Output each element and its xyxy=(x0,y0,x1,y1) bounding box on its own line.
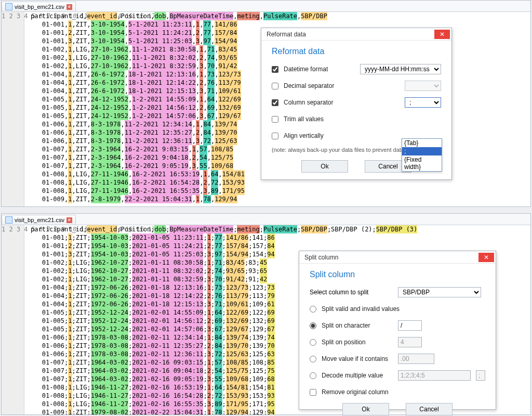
radio-label: Split valid and invalid values xyxy=(322,305,400,313)
checkbox-trim[interactable]: Trim all values xyxy=(272,115,355,123)
radio-label: Move value if it contains xyxy=(322,355,388,362)
close-icon[interactable]: ✕ xyxy=(478,253,494,262)
close-icon[interactable]: ✕ xyxy=(434,30,450,39)
checkbox-label: Remove original column xyxy=(322,388,389,396)
radio-decode[interactable]: Decode multiple value xyxy=(310,372,393,379)
radio-label: Split on character xyxy=(322,322,370,329)
checkbox-label: Align vertically xyxy=(284,132,324,139)
position-input xyxy=(398,337,422,347)
option-fixed[interactable]: {Fixed width} xyxy=(402,155,442,171)
dialog-title-text: Split column xyxy=(304,254,338,261)
file-tab[interactable]: visit_bp_emc21.csv × xyxy=(2,2,76,11)
dialog-title[interactable]: Split column xyxy=(299,251,496,264)
ok-button[interactable]: Ok xyxy=(301,160,348,173)
char-input[interactable] xyxy=(398,320,422,331)
decimal-separator-select xyxy=(405,81,441,91)
checkbox-trim-input[interactable] xyxy=(272,116,278,123)
decode-sep-input xyxy=(476,370,485,381)
checkbox-label: Column separator xyxy=(284,99,333,106)
ok-button[interactable]: Ok xyxy=(342,403,389,415)
checkbox-label: Decimal separator xyxy=(284,82,334,89)
column-separator-dropdown[interactable]: {Tab} ; {Fixed width} xyxy=(402,138,442,172)
line-gutter: 1 2 3 4 5 6 7 8 9 10 11 12 13 14 15 16 1… xyxy=(2,225,24,414)
select-column-label: Select column to split xyxy=(310,289,393,296)
radio-char-input[interactable] xyxy=(310,322,316,329)
dialog-heading: Reformat data xyxy=(272,47,441,56)
checkbox-align[interactable]: Align vertically xyxy=(272,132,355,139)
dialog-body: Split column Select column to split SBP/… xyxy=(299,264,496,416)
radio-move[interactable]: Move value if it contains xyxy=(310,355,393,362)
tab-bar: visit_bp_emc21.csv × xyxy=(2,214,530,225)
dialog-heading: Split column xyxy=(310,270,485,279)
radio-move-input[interactable] xyxy=(310,356,316,362)
decode-input xyxy=(398,370,471,381)
close-icon[interactable]: × xyxy=(66,217,72,223)
file-icon xyxy=(5,216,12,224)
file-icon xyxy=(5,3,12,10)
checkbox-align-input[interactable] xyxy=(272,133,278,139)
radio-label: Split on position xyxy=(322,339,366,346)
file-tab-label: visit_bp_emc21.csv xyxy=(15,217,64,223)
option-semi[interactable]: ; xyxy=(402,147,442,155)
split-column-dialog: Split column ✕ Split column Select colum… xyxy=(299,251,496,410)
file-tab[interactable]: visit_bp_emc21.csv × xyxy=(2,215,76,225)
checkbox-decimal-input[interactable] xyxy=(272,83,278,89)
radio-label: Decode multiple value xyxy=(322,372,383,379)
dialog-title-text: Reformat data xyxy=(267,31,306,38)
radio-position-input[interactable] xyxy=(310,339,316,346)
radio-decode-input[interactable] xyxy=(310,372,316,379)
datetime-format-select[interactable]: yyyy-MM-dd HH:mm:ss xyxy=(360,64,441,74)
checkbox-colsep[interactable]: Column separator xyxy=(272,99,355,106)
radio-position[interactable]: Split on position xyxy=(310,339,393,346)
line-gutter: 1 2 3 4 5 6 7 8 9 10 11 12 13 14 15 16 1… xyxy=(2,12,24,206)
checkbox-remove-input[interactable] xyxy=(310,389,316,396)
checkbox-label: Trim all values xyxy=(284,115,324,123)
file-tab-label: visit_bp_emc21.csv xyxy=(15,4,64,10)
close-icon[interactable]: × xyxy=(66,4,72,10)
option-tab[interactable]: {Tab} xyxy=(402,139,442,147)
checkbox-remove[interactable]: Remove original column xyxy=(310,388,393,396)
cancel-button[interactable]: Cancel xyxy=(406,403,453,415)
radio-valid-input[interactable] xyxy=(310,306,316,313)
checkbox-datetime-input[interactable] xyxy=(272,66,278,73)
move-input xyxy=(398,354,434,364)
reformat-dialog: Reformat data ✕ Reformat data Datetime f… xyxy=(261,28,452,180)
checkbox-decimal[interactable]: Decimal separator xyxy=(272,82,355,89)
column-separator-select[interactable]: ; xyxy=(405,97,441,108)
dialog-title[interactable]: Reformat data xyxy=(261,28,451,41)
checkbox-datetime[interactable]: Datetime format xyxy=(272,66,355,73)
radio-char[interactable]: Split on character xyxy=(310,322,393,329)
checkbox-label: Datetime format xyxy=(284,66,328,73)
tab-bar: visit_bp_emc21.csv × xyxy=(2,1,530,12)
checkbox-colsep-input[interactable] xyxy=(272,99,278,106)
radio-valid[interactable]: Split valid and invalid values xyxy=(310,305,414,313)
select-column-dropdown[interactable]: SBP/DBP xyxy=(398,287,481,297)
